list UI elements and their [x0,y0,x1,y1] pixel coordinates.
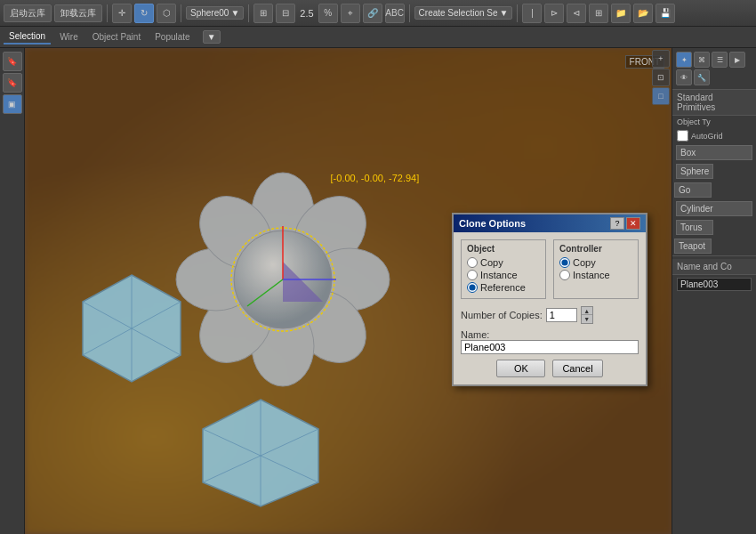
teapot-btn[interactable]: Teapot [674,239,712,254]
vmt-btn1[interactable]: + [652,50,670,68]
sphere-dropdown[interactable]: Sphere00 ▼ [186,6,244,20]
nav-icon3[interactable]: ⊲ [567,4,586,23]
rp-icon-utilities[interactable]: 🔧 [694,69,710,85]
name-input[interactable] [461,340,639,354]
standard-primitives-title: Standard Primitives [672,90,756,116]
radio-copy-obj[interactable]: Copy [467,257,540,268]
radio-reference-obj[interactable]: Reference [467,282,540,293]
copies-label: Number of Copies: [461,310,543,320]
object-group-title: Object [467,244,540,254]
object-type-row: Object Ty [672,116,756,128]
sphere-btn[interactable]: Sphere [676,164,713,179]
dialog-help-btn[interactable]: ? [610,217,624,230]
name-section-title: Name and Co [672,259,756,275]
nav-icon2[interactable]: ⊳ [544,4,564,23]
go-btn[interactable]: Go [674,182,712,198]
rp-icon-display[interactable]: 👁 [676,69,692,85]
ok-button[interactable]: OK [496,360,545,377]
copies-input[interactable] [546,308,577,322]
top-toolbar: 启动云库 卸载云库 ✛ ↻ ⬡ Sphere00 ▼ ⊞ ⊟ 2.5 % ⌖ 🔗… [0,0,756,27]
hex-left [74,271,189,386]
left-btn3[interactable]: ▣ [3,94,22,114]
dialog-title: Clone Options [459,218,526,229]
rp-icon-modify[interactable]: ⌘ [694,52,710,68]
right-panel-icons: ✦ ⌘ ☰ ▶ 👁 🔧 [672,48,756,90]
launch-cloud-btn[interactable]: 启动云库 [4,4,52,22]
radio-instance-ctrl-label: Instance [573,270,610,280]
vmt-btn2[interactable]: ⊡ [652,69,670,86]
tab-object-paint[interactable]: Object Paint [87,30,146,44]
rotate-icon[interactable]: ↻ [134,4,154,23]
vmt-btn3[interactable]: □ [652,87,670,105]
separator4 [409,4,410,22]
scale-icon[interactable]: ⬡ [157,4,176,23]
nav-icon6[interactable]: 📂 [633,4,653,23]
tab-wire[interactable]: Wire [54,30,84,44]
cylinder-btn[interactable]: Cylinder [676,201,752,216]
left-toolbar: 🔖 🔖 ▣ [0,48,25,534]
separator5 [517,4,518,22]
clone-dialog: Clone Options ? ✕ Object Copy [452,213,647,386]
radio-copy-ctrl[interactable]: Copy [559,257,632,268]
separator3 [248,4,249,22]
autogrid-row[interactable]: AutoGrid [672,128,756,143]
dialog-body: Object Copy Instance Reference [454,232,646,384]
main-area: 🔖 🔖 ▣ FRONT [-0.00, -0.00, -72.94] [0,48,756,534]
controller-group-title: Controller [559,244,632,254]
flower-object [158,155,407,404]
radio-instance-ctrl[interactable]: Instance [559,270,632,280]
rp-icon-create[interactable]: ✦ [676,52,692,68]
torus-btn[interactable]: Torus [676,220,713,235]
object-type-label: Object Ty [677,117,711,126]
rp-icon-hierarchy[interactable]: ☰ [712,52,728,68]
box-btn[interactable]: Box [676,145,752,160]
separator2 [181,4,181,22]
move-icon[interactable]: ✛ [112,4,132,23]
dialog-option-groups: Object Copy Instance Reference [461,239,639,299]
hex-bottom [194,395,327,511]
autogrid-checkbox[interactable] [677,130,688,142]
separator1 [107,4,108,22]
second-toolbar: Selection Wire Object Paint Populate ▼ [0,27,756,48]
tool-icon2[interactable]: ⊟ [276,4,295,23]
num-display: 2.5 [298,8,315,19]
nav-icon4[interactable]: ⊞ [589,4,608,23]
nav-icon5[interactable]: 📁 [611,4,631,23]
radio-copy-obj-label: Copy [480,257,503,268]
unload-cloud-btn[interactable]: 卸载云库 [54,4,102,22]
object-name-field[interactable] [677,278,752,291]
dialog-close-btn[interactable]: ✕ [626,217,640,230]
name-section: Name and Co [672,255,756,294]
controller-group: Controller Copy Instance [553,239,639,299]
right-panel: ✦ ⌘ ☰ ▶ 👁 🔧 Standard Primitives Object T… [672,48,756,534]
radio-copy-ctrl-label: Copy [573,257,596,268]
tool-icon4[interactable]: ⌖ [341,4,360,23]
tool-icon5[interactable]: 🔗 [363,4,382,23]
radio-reference-obj-label: Reference [480,282,526,293]
name-row: Name: [461,329,639,354]
populate-dropdown[interactable]: ▼ [203,30,221,44]
copies-row: Number of Copies: ▲ ▼ [461,306,639,324]
tab-selection[interactable]: Selection [4,29,51,44]
tool-icon1[interactable]: ⊞ [253,4,273,23]
radio-instance-obj-label: Instance [480,270,518,280]
tool-icon6[interactable]: ABC [385,4,405,23]
left-btn1[interactable]: 🔖 [3,52,22,71]
object-group: Object Copy Instance Reference [461,239,546,299]
cancel-button[interactable]: Cancel [552,360,602,377]
radio-instance-obj[interactable]: Instance [467,270,540,280]
spin-down[interactable]: ▼ [582,315,592,323]
nav-icon7[interactable]: 💾 [655,4,675,23]
spin-up[interactable]: ▲ [582,307,592,315]
left-btn2[interactable]: 🔖 [3,73,22,93]
nav-icon1[interactable]: | [522,4,542,23]
create-selection-dropdown[interactable]: Create Selection Se ▼ [414,6,513,20]
autogrid-label: AutoGrid [691,132,723,141]
viewport: FRONT [-0.00, -0.00, -72.94] [25,48,672,534]
rp-icon-motion[interactable]: ▶ [729,52,745,68]
dialog-buttons: OK Cancel [461,360,639,377]
name-label: Name: [461,329,639,340]
copies-spinner[interactable]: ▲ ▼ [581,306,593,324]
tab-populate[interactable]: Populate [149,30,195,44]
tool-icon3[interactable]: % [318,4,338,23]
